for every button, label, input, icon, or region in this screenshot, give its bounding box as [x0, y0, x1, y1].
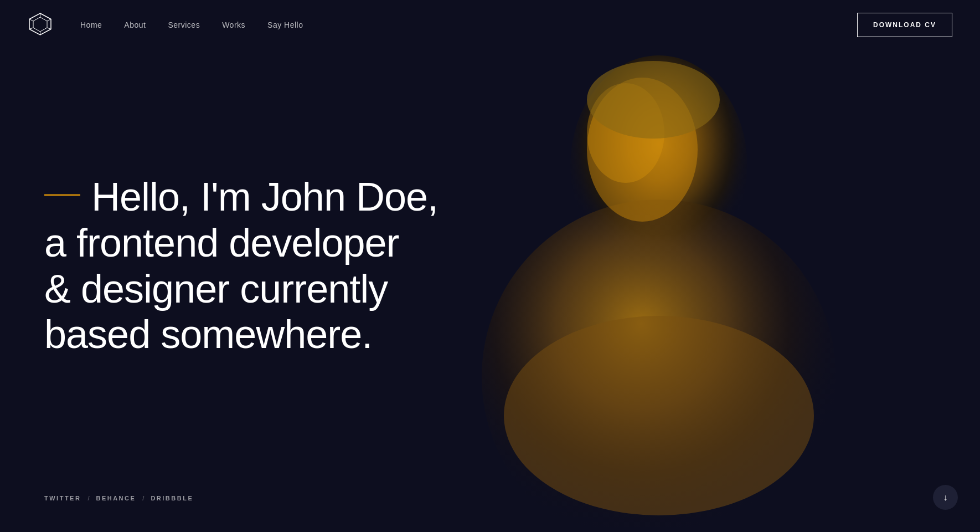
- hero-heading-line2: a frontend developer: [44, 220, 438, 266]
- social-links: TWITTER / BEHANCE / DRIBBBLE: [44, 495, 193, 502]
- social-separator-2: /: [142, 495, 144, 502]
- svg-point-5: [587, 61, 720, 139]
- social-link-dribbble[interactable]: DRIBBBLE: [151, 495, 193, 502]
- nav-link-services[interactable]: Services: [168, 21, 200, 29]
- social-separator-1: /: [87, 495, 89, 502]
- nav-link-home[interactable]: Home: [80, 21, 102, 29]
- download-cv-button[interactable]: DOWNLOAD CV: [857, 13, 952, 37]
- hero-heading-line4: based somewhere.: [44, 312, 438, 358]
- svg-point-6: [504, 316, 814, 515]
- hero-section: Home About Services Works Say Hello DOWN…: [0, 0, 980, 532]
- nav-item-works[interactable]: Works: [222, 20, 245, 30]
- nav-item-home[interactable]: Home: [80, 20, 102, 30]
- hero-person-image: [371, 0, 952, 532]
- nav-link-about[interactable]: About: [124, 21, 146, 29]
- svg-marker-9: [33, 17, 47, 32]
- svg-line-12: [47, 28, 51, 29]
- svg-line-11: [47, 19, 51, 21]
- svg-line-14: [29, 28, 33, 29]
- social-link-behance[interactable]: BEHANCE: [96, 495, 136, 502]
- social-link-twitter[interactable]: TWITTER: [44, 495, 81, 502]
- navbar-left: Home About Services Works Say Hello: [28, 12, 303, 39]
- nav-item-about[interactable]: About: [124, 20, 146, 30]
- logo[interactable]: [28, 12, 53, 39]
- hero-heading-line3: & designer currently: [44, 266, 438, 312]
- nav-item-services[interactable]: Services: [168, 20, 200, 30]
- svg-line-15: [29, 19, 33, 21]
- nav-links: Home About Services Works Say Hello: [80, 20, 303, 30]
- nav-link-say-hello[interactable]: Say Hello: [267, 21, 303, 29]
- nav-link-works[interactable]: Works: [222, 21, 245, 29]
- accent-line: [44, 194, 80, 196]
- navbar: Home About Services Works Say Hello DOWN…: [0, 0, 980, 50]
- scroll-down-icon: ↓: [943, 493, 948, 503]
- hero-heading-line1: Hello, I'm John Doe,: [44, 174, 438, 220]
- hero-heading: Hello, I'm John Doe, a frontend develope…: [44, 174, 438, 357]
- hero-content: Hello, I'm John Doe, a frontend develope…: [44, 174, 438, 357]
- scroll-down-button[interactable]: ↓: [933, 485, 958, 510]
- nav-item-say-hello[interactable]: Say Hello: [267, 20, 303, 30]
